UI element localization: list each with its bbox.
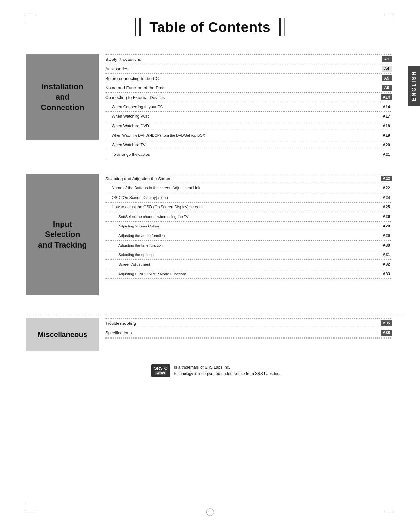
section-input: InputSelectionand Tracking Selecting and… [26,174,405,299]
entry-selecting-adjusting-text: Selecting and Adjusting the Screen [105,176,381,181]
srs-logo-wow: WOW [155,371,167,375]
misc-row: Miscellaneous Troubleshooting A35 Specif… [26,318,405,351]
srs-box: SRS ⊙ WOW is a trademark of SRS Labs,Inc… [151,364,280,377]
title-bar-4 [284,18,285,36]
entry-accessories: Accessories A4 [105,64,392,74]
entry-channel-tv-page: A26 [381,214,392,220]
entry-screen-adjustment-page: A32 [381,261,392,267]
entry-osd-adjust-text: How to adjust the OSD (On Screen Display… [105,205,381,209]
entry-options-text: Selecting the options [105,253,381,257]
entry-specifications: Specifications A38 [105,328,392,338]
entry-screen-colour: Adjusting Screen Colour A28 [105,222,392,231]
entry-arrange-cables: To arrange the cables A21 [105,150,392,159]
entry-before-connecting: Before connecting to the PC A5 [105,74,392,83]
main-content: InstallationandConnection Safety Precaut… [26,54,405,487]
entry-watching-tv: When Watching TV A20 [105,140,392,150]
entry-watching-dvd: When Watching DVD A18 [105,121,392,131]
entry-pip-pop-text: Adjusting PIP/POP/PBP Mode Functions [105,272,381,276]
entry-watching-dvid-text: When Watching DVI-D(HDCP) from the DVD/S… [105,133,381,137]
entry-screen-adjustment: Screen Adjustment A32 [105,260,392,269]
title-bar-2 [139,18,141,36]
gap-1 [26,168,405,174]
corner-tick-tl-h [26,14,35,14]
entry-before-connecting-page: A5 [382,75,392,81]
entry-audio-function: Adjusting the audio function A29 [105,231,392,241]
entry-pip-pop-page: A33 [381,271,392,277]
corner-tick-br-v [394,503,394,512]
gap-2 [26,307,405,313]
english-label: ENGLISH [411,71,417,101]
corner-tick-tr-v [394,14,394,23]
page-number-text: i [210,510,210,514]
entry-troubleshooting: Troubleshooting A35 [105,319,392,328]
entry-osd-adjust: How to adjust the OSD (On Screen Display… [105,203,392,212]
entry-audio-function-page: A29 [381,233,392,239]
entry-buttons-unit-page: A22 [381,185,392,191]
misc-label-text: Miscellaneous [38,330,87,340]
entry-watching-dvid-page: A19 [381,132,392,138]
bottom-fill [105,279,392,299]
big-sep [26,313,405,313]
srs-logo-srs: SRS ⊙ [154,366,167,371]
entry-connecting-pc-text: When Connecting to your PC [105,105,381,109]
entry-osd-menu: OSD (On Screen Display) menu A24 [105,193,392,203]
entry-troubleshooting-text: Troubleshooting [105,321,381,326]
title-area: Table of Contents [26,18,394,36]
installation-entries: Safety Precautions A1 Accessories A4 Bef… [99,54,405,159]
entry-watching-dvd-page: A18 [381,123,392,129]
entry-options-page: A31 [381,252,392,258]
misc-entries: Troubleshooting A35 Specifications A38 [99,318,405,351]
entry-screen-adjustment-text: Screen Adjustment [105,262,381,266]
bottom-border-misc [105,338,392,339]
entry-troubleshooting-page: A35 [381,320,392,326]
entry-safety-page: A1 [382,56,392,62]
entry-time-function: Adjusting the time function A30 [105,241,392,250]
entry-buttons-unit-text: Name of the Buttons in the screen Adjust… [105,186,381,190]
title-bars-left [135,18,144,36]
input-label-text: InputSelectionand Tracking [38,219,87,250]
input-row: InputSelectionand Tracking Selecting and… [26,174,405,299]
entry-time-function-text: Adjusting the time function [105,243,381,247]
entry-osd-menu-text: OSD (On Screen Display) menu [105,195,381,200]
entry-name-function-text: Name and Function of the Parts [105,85,382,90]
entry-connecting-external: Connecting to External Devices A14 [105,93,392,102]
entry-selecting-adjusting: Selecting and Adjusting the Screen A22 [105,174,392,183]
entry-buttons-unit: Name of the Buttons in the screen Adjust… [105,183,392,193]
corner-tick-tr-h [385,14,394,14]
entry-connecting-pc-page: A14 [381,104,392,110]
entry-accessories-text: Accessories [105,66,382,71]
entry-arrange-cables-page: A21 [381,152,392,157]
page-number: i [206,508,214,516]
srs-line2: technology is incorporated under license… [174,371,280,377]
entry-time-function-page: A30 [381,242,392,248]
entry-watching-vcr-text: When Watching VCR [105,114,381,119]
entry-watching-tv-text: When Watching TV [105,143,381,147]
title-bars-right [276,18,285,36]
section-installation: InstallationandConnection Safety Precaut… [26,54,405,159]
entry-arrange-cables-text: To arrange the cables [105,152,381,157]
input-entries: Selecting and Adjusting the Screen A22 N… [99,174,405,299]
entry-watching-tv-page: A20 [381,142,392,148]
footer-area: SRS ⊙ WOW is a trademark of SRS Labs,Inc… [26,364,405,377]
entry-osd-menu-page: A24 [381,195,392,201]
entry-audio-function-text: Adjusting the audio function [105,234,381,238]
english-tab: ENGLISH [408,66,420,106]
entry-safety-text: Safety Precautions [105,57,382,62]
entry-watching-vcr: When Watching VCR A17 [105,112,392,121]
title-bar-3 [279,18,281,36]
page-title: Table of Contents [144,19,276,35]
entry-name-function-page: A6 [382,85,392,91]
srs-logo: SRS ⊙ WOW [151,364,170,377]
entry-selecting-adjusting-page: A22 [381,176,392,181]
entry-osd-adjust-page: A25 [381,204,392,210]
entry-connecting-pc: When Connecting to your PC A14 [105,102,392,112]
srs-text-block: is a trademark of SRS Labs,Inc. technolo… [174,364,280,377]
entry-watching-vcr-page: A17 [381,113,392,119]
entry-pip-pop: Adjusting PIP/POP/PBP Mode Functions A33 [105,269,392,279]
corner-tick-bl-h [26,512,35,512]
entry-safety: Safety Precautions A1 [105,55,392,64]
entry-accessories-page: A4 [382,66,392,72]
corner-tick-bl-v [26,503,26,512]
entry-screen-colour-text: Adjusting Screen Colour [105,224,381,228]
entry-channel-tv: Set/Select the channel when using the TV… [105,212,392,222]
